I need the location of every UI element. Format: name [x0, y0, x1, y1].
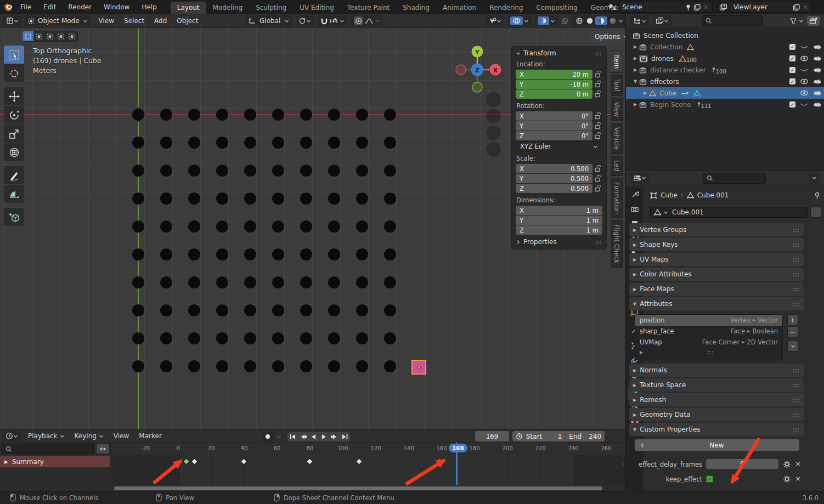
value-field[interactable]: Y-18 m — [516, 80, 592, 89]
start-frame-field[interactable]: 1 — [545, 433, 562, 440]
outliner-row-scene-collection[interactable]: Scene Collection — [626, 30, 824, 41]
timeline-scrollbar[interactable] — [114, 486, 602, 490]
pin-id-icon[interactable] — [814, 192, 820, 199]
panel-header-uv-maps[interactable]: ▶UV Maps — [629, 253, 804, 266]
new-viewlayer-icon[interactable] — [793, 4, 800, 11]
outliner-row-cube[interactable]: ▶Cube — [626, 87, 824, 99]
camera-view-icon[interactable] — [486, 126, 501, 140]
expand-arrow-icon[interactable]: ▶ — [631, 67, 639, 72]
fake-user-shield-icon[interactable] — [810, 207, 821, 218]
timeline-menu-playback[interactable]: Playback — [23, 432, 70, 440]
properties-subpanel-header[interactable]: Properties — [516, 238, 602, 246]
camera-visibility-icon[interactable] — [813, 55, 821, 62]
select-mode-extend[interactable] — [33, 31, 44, 41]
exclude-checkbox[interactable]: ✓ — [789, 44, 795, 50]
lock-open-icon[interactable] — [592, 90, 602, 98]
next-keyframe-button[interactable] — [329, 432, 340, 441]
timeline-menu-keying[interactable]: Keying — [70, 432, 109, 440]
exclude-checkbox[interactable]: ✓ — [789, 78, 795, 84]
mode-dropdown[interactable]: Object Mode — [25, 15, 91, 26]
value-field[interactable]: Y1 m — [516, 216, 602, 225]
viewport-3d[interactable]: Top Orthographic (169) drones | Cube Met… — [0, 28, 625, 429]
snap-target-icon[interactable] — [329, 18, 338, 24]
gear-icon[interactable] — [783, 475, 791, 483]
outliner-row-collection[interactable]: ▶Collection✓ — [626, 41, 824, 53]
n-panel-tab-item[interactable]: Item — [611, 50, 623, 73]
shading-material-icon[interactable] — [595, 16, 607, 25]
outliner-filter-dropdown[interactable] — [789, 18, 804, 25]
list-expand-icon[interactable]: ▶ — [640, 350, 643, 355]
panel-grip[interactable] — [595, 240, 602, 244]
camera-visibility-icon[interactable] — [813, 90, 821, 97]
eye-closed-icon[interactable] — [800, 102, 809, 107]
panel-grip[interactable] — [793, 413, 800, 417]
workspace-tab-sculpting[interactable]: Sculpting — [249, 2, 293, 14]
list-grip[interactable] — [707, 350, 714, 354]
panel-grip[interactable] — [793, 302, 800, 306]
new-property-button[interactable]: +New — [635, 439, 799, 451]
pan-view-hand-icon[interactable] — [486, 109, 501, 123]
remove-attribute-button[interactable]: − — [787, 326, 798, 337]
panel-header-custom-properties[interactable]: ▼Custom Properties — [629, 423, 804, 436]
jump-to-end-button[interactable] — [340, 432, 350, 441]
region-collapse-arrow[interactable]: ‹ — [622, 460, 624, 467]
n-panel-tab-flight-check[interactable]: Flight Check — [611, 220, 623, 268]
camera-visibility-icon[interactable] — [813, 44, 821, 50]
outliner-row-drones[interactable]: ▶drones100✓ — [626, 53, 824, 64]
tool-measure-icon[interactable] — [4, 185, 24, 203]
datablock-name-field[interactable]: Cube.001 — [650, 207, 808, 218]
keyframe-diamond[interactable] — [306, 458, 313, 465]
properties-search-input[interactable] — [703, 173, 766, 184]
custom-prop-checkbox[interactable]: ✓ — [706, 475, 713, 483]
properties-options-dropdown[interactable] — [809, 173, 820, 184]
panel-header-remesh[interactable]: ▶Remesh — [629, 393, 804, 406]
breadcrumb-data[interactable]: Cube.001 — [697, 191, 729, 199]
breadcrumb-object[interactable]: Cube — [661, 191, 678, 199]
options-dropdown[interactable]: Options — [590, 31, 625, 42]
workspace-tab-texture-paint[interactable]: Texture Paint — [341, 2, 396, 14]
panel-grip[interactable] — [793, 369, 800, 372]
viewport-menu-view[interactable]: View — [94, 17, 119, 25]
outliner-row-begin-scene[interactable]: ▶Begin Scene111✓ — [626, 99, 824, 110]
pivot-dropdown[interactable] — [296, 15, 314, 26]
viewlayer-icon[interactable] — [719, 3, 727, 11]
workspace-tab-uv-editing[interactable]: UV Editing — [293, 2, 341, 14]
play-reverse-button[interactable] — [308, 432, 319, 441]
workspace-tab-rendering[interactable]: Rendering — [483, 2, 529, 14]
outliner-row-distance-checker[interactable]: ▶distance checker100✓ — [626, 64, 824, 76]
panel-grip[interactable] — [793, 428, 800, 432]
value-field[interactable]: Z0 m — [516, 89, 592, 99]
panel-grip[interactable] — [793, 258, 800, 262]
play-button[interactable] — [319, 432, 329, 441]
value-field[interactable]: Z1 m — [516, 225, 602, 235]
selected-effector-cube[interactable] — [411, 360, 426, 375]
attribute-row-position[interactable]: positionVertex▶Vector — [635, 315, 782, 326]
panel-grip[interactable] — [793, 243, 800, 247]
falloff-curve-icon[interactable] — [365, 18, 374, 24]
panel-grip[interactable] — [793, 383, 800, 387]
select-mode-subtract[interactable] — [44, 31, 55, 41]
tool-scale-icon[interactable] — [4, 124, 24, 143]
rotation-mode-dropdown[interactable]: XYZ Euler — [516, 141, 602, 151]
custom-prop-value-field[interactable]: 0 — [706, 459, 778, 469]
n-panel-tab-led[interactable]: Led — [611, 156, 623, 176]
proportional-editing-icon[interactable] — [354, 16, 363, 25]
delete-property-icon[interactable]: × — [795, 460, 801, 468]
navigation-gizmo[interactable]: Y X Z — [450, 41, 505, 99]
keyframe-diamond[interactable] — [355, 458, 363, 465]
jump-to-start-button[interactable] — [287, 432, 298, 441]
value-field[interactable]: Z0.500 — [516, 184, 592, 193]
current-frame-field[interactable]: 169 — [475, 431, 509, 441]
lock-open-icon[interactable] — [592, 81, 602, 88]
viewport-menu-object[interactable]: Object — [172, 17, 203, 25]
unlink-scene-icon[interactable]: × — [703, 3, 709, 11]
delete-property-icon[interactable]: × — [795, 474, 801, 483]
keyframe-diamond[interactable] — [240, 458, 247, 465]
expand-arrow-icon[interactable]: ▶ — [631, 44, 639, 49]
tool-add-cube-icon[interactable] — [4, 208, 24, 226]
lock-open-icon[interactable] — [592, 122, 602, 129]
eye-closed-icon[interactable] — [800, 44, 809, 50]
new-collection-icon[interactable] — [807, 16, 820, 26]
eye-open-icon[interactable] — [800, 78, 809, 84]
remove-viewlayer-icon[interactable]: × — [803, 3, 808, 11]
